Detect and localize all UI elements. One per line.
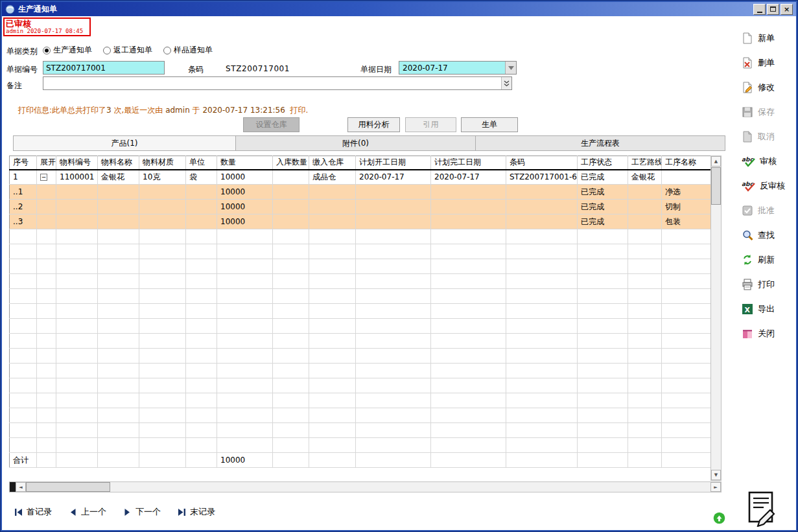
sidebar-item-find[interactable]: 查找 <box>733 223 796 248</box>
column-header[interactable]: 工序名称 <box>662 156 711 170</box>
chevron-down-icon[interactable] <box>505 62 516 74</box>
sidebar-item-export[interactable]: X导出 <box>733 297 796 321</box>
sync-green-icon[interactable] <box>713 512 725 524</box>
remark-label: 备注 <box>6 80 22 91</box>
horizontal-scrollbar[interactable]: ◄ ► <box>9 481 722 492</box>
cell <box>273 170 309 185</box>
grid-splitter[interactable] <box>10 482 16 492</box>
empty-row <box>10 423 711 438</box>
sidebar-item-close[interactable]: 关闭 <box>733 321 796 346</box>
sidebar-item-unaudit[interactable]: abc反审核 <box>733 174 796 198</box>
scroll-down-icon[interactable]: ▼ <box>711 470 721 480</box>
column-header[interactable]: 工艺路线 <box>628 156 662 170</box>
doc-type-radio-1[interactable]: 返工通知单 <box>103 45 152 56</box>
close-button[interactable]: × <box>780 4 793 15</box>
cell: 10000 <box>217 200 273 214</box>
unaudit-icon: abc <box>742 180 755 192</box>
cell: 10000 <box>217 214 273 229</box>
remark-field <box>43 76 512 90</box>
column-header[interactable]: 物料材质 <box>139 156 186 170</box>
horizontal-scroll-thumb[interactable] <box>26 482 110 492</box>
empty-row <box>10 334 711 349</box>
empty-row <box>10 349 711 364</box>
cell <box>356 200 431 214</box>
cell <box>309 185 356 200</box>
column-header[interactable]: 计划完工日期 <box>431 156 506 170</box>
export-icon: X <box>742 303 753 315</box>
double-chevron-down-icon[interactable] <box>501 77 511 89</box>
scroll-left-icon[interactable]: ◄ <box>16 482 26 492</box>
empty-row <box>10 274 711 289</box>
action-button-0: 设置仓库 <box>243 117 299 132</box>
sidebar-item-label: 取消 <box>758 131 775 143</box>
empty-row <box>10 364 711 378</box>
doc-type-radio-0[interactable]: 生产通知单 <box>43 45 92 56</box>
edit-doc-icon <box>742 82 753 93</box>
vertical-scroll-thumb[interactable] <box>711 167 721 205</box>
scroll-right-icon[interactable]: ► <box>710 482 721 492</box>
column-header[interactable]: 计划开工日期 <box>356 156 431 170</box>
window-title: 生产通知单 <box>18 4 57 15</box>
action-button-3[interactable]: 生单 <box>461 117 518 132</box>
column-header[interactable]: 条码 <box>506 156 578 170</box>
cell: 包装 <box>662 214 711 229</box>
sidebar-item-new[interactable]: 新单 <box>733 26 796 51</box>
record-nav-first[interactable]: 首记录 <box>14 506 52 518</box>
sidebar-item-audit[interactable]: abc审核 <box>733 149 796 174</box>
signature-doc-icon[interactable] <box>745 491 777 527</box>
table-row[interactable]: ..310000已完成包装 <box>10 214 711 229</box>
close-icon <box>742 328 753 340</box>
record-nav-last[interactable]: 末记录 <box>178 506 215 518</box>
table-row[interactable]: 1−1100001金银花10克袋10000成品仓2020-07-172020-0… <box>10 170 711 185</box>
record-nav-label: 首记录 <box>27 506 52 518</box>
print-info-segment: 于 <box>190 106 203 115</box>
doc-type-label: 单据类别 <box>6 46 38 57</box>
sidebar-item-label: 批准 <box>758 205 775 216</box>
cell: 金银花 <box>98 170 139 185</box>
tab-1[interactable]: 附件(0) <box>236 135 476 151</box>
doc-no-input[interactable] <box>43 61 165 75</box>
table-row[interactable]: ..110000已完成净选 <box>10 185 711 200</box>
cell: 10克 <box>139 170 186 185</box>
doc-date-combo[interactable]: 2020-07-17 <box>399 61 517 75</box>
first-record-icon <box>14 508 23 516</box>
maximize-button[interactable] <box>767 4 779 15</box>
empty-row <box>10 408 711 423</box>
scroll-track[interactable] <box>110 482 710 492</box>
minimize-button[interactable] <box>753 4 766 15</box>
collapse-toggle[interactable]: − <box>40 174 47 181</box>
print-info-segment: admin <box>165 106 190 115</box>
column-header[interactable]: 序号 <box>10 156 37 170</box>
column-header[interactable]: 入库数量 <box>273 156 309 170</box>
record-nav-prev[interactable]: 上一个 <box>69 506 106 518</box>
empty-row <box>10 259 711 274</box>
sidebar-item-delete[interactable]: 删单 <box>733 51 796 75</box>
column-header[interactable]: 缴入仓库 <box>309 156 356 170</box>
column-header[interactable]: 物料编号 <box>56 156 98 170</box>
sidebar-item-print[interactable]: 打印 <box>733 272 796 297</box>
column-header[interactable]: 工序状态 <box>578 156 628 170</box>
cell <box>506 214 578 229</box>
sidebar-item-modify[interactable]: 修改 <box>733 75 796 100</box>
total-qty: 10000 <box>217 453 273 468</box>
cell <box>98 214 139 229</box>
doc-type-radio-2[interactable]: 样品通知单 <box>163 45 213 56</box>
action-button-2: 引用 <box>405 117 456 132</box>
vertical-scrollbar[interactable]: ▲ ▼ <box>710 156 722 481</box>
total-label: 合计 <box>10 453 37 468</box>
tab-2[interactable]: 生产流程表 <box>476 135 725 151</box>
cell <box>273 214 309 229</box>
sidebar-item-refresh[interactable]: 刷新 <box>733 248 796 272</box>
column-header[interactable]: 物料名称 <box>98 156 139 170</box>
scroll-up-icon[interactable]: ▲ <box>711 156 721 167</box>
column-header[interactable]: 单位 <box>186 156 217 170</box>
remark-input[interactable] <box>43 77 501 89</box>
action-button-1[interactable]: 用料分析 <box>347 117 400 132</box>
table-row[interactable]: ..210000已完成切制 <box>10 200 711 214</box>
tab-0[interactable]: 产品(1) <box>13 135 236 151</box>
record-nav-next[interactable]: 下一个 <box>123 506 161 518</box>
column-header[interactable]: 展开 <box>37 156 56 170</box>
column-header[interactable]: 数量 <box>217 156 273 170</box>
refresh-icon <box>742 254 753 266</box>
record-nav-label: 下一个 <box>135 506 161 518</box>
